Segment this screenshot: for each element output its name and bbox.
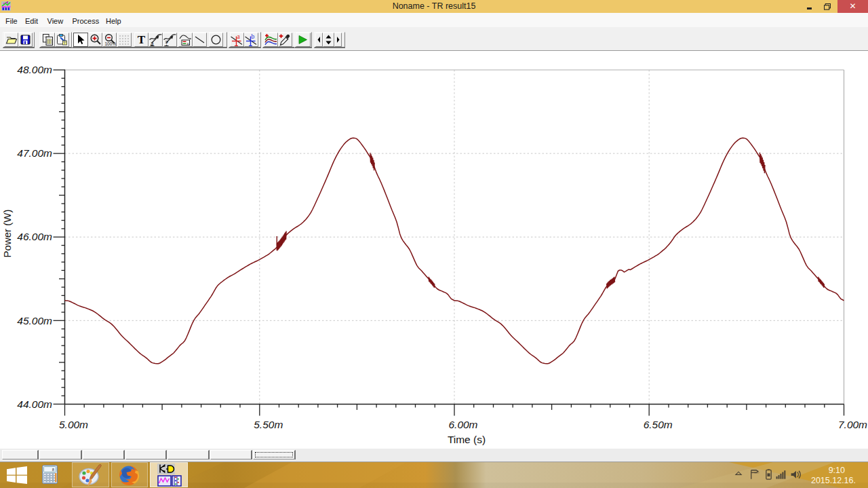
svg-text:7.00m: 7.00m <box>838 419 867 430</box>
svg-text:100%: 100% <box>105 41 117 46</box>
svg-text:48.00m: 48.00m <box>17 64 52 75</box>
svg-text:5.00m: 5.00m <box>59 419 88 430</box>
svg-text:T: T <box>138 33 146 46</box>
svg-text:44.00m: 44.00m <box>17 398 52 410</box>
svg-text:47.00m: 47.00m <box>17 147 52 159</box>
svg-text:b: b <box>252 33 255 40</box>
svg-text:?: ? <box>165 39 169 46</box>
svg-text:a: a <box>151 39 154 46</box>
svg-text:a: a <box>237 33 241 40</box>
svg-text:6.50m: 6.50m <box>644 419 673 430</box>
svg-text:x: x <box>187 41 189 45</box>
svg-text:46.00m: 46.00m <box>17 231 52 242</box>
svg-text:Power (W): Power (W) <box>1 210 13 258</box>
svg-text:5.50m: 5.50m <box>254 419 283 430</box>
svg-text:45.00m: 45.00m <box>17 315 52 326</box>
svg-text:6.00m: 6.00m <box>448 419 477 430</box>
svg-text:Time (s): Time (s) <box>448 434 486 445</box>
